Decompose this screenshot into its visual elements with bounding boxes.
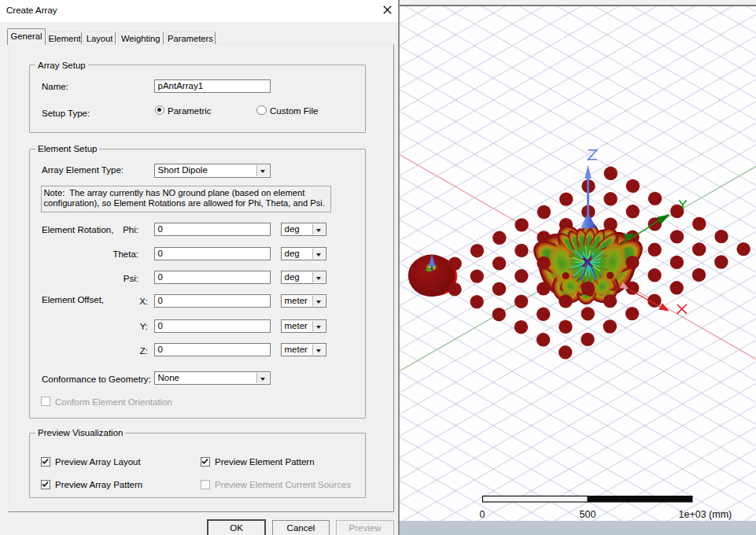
svg-text:1e+03 (mm): 1e+03 (mm): [679, 509, 732, 520]
svg-text:0: 0: [480, 509, 485, 520]
svg-text:500: 500: [580, 509, 596, 520]
